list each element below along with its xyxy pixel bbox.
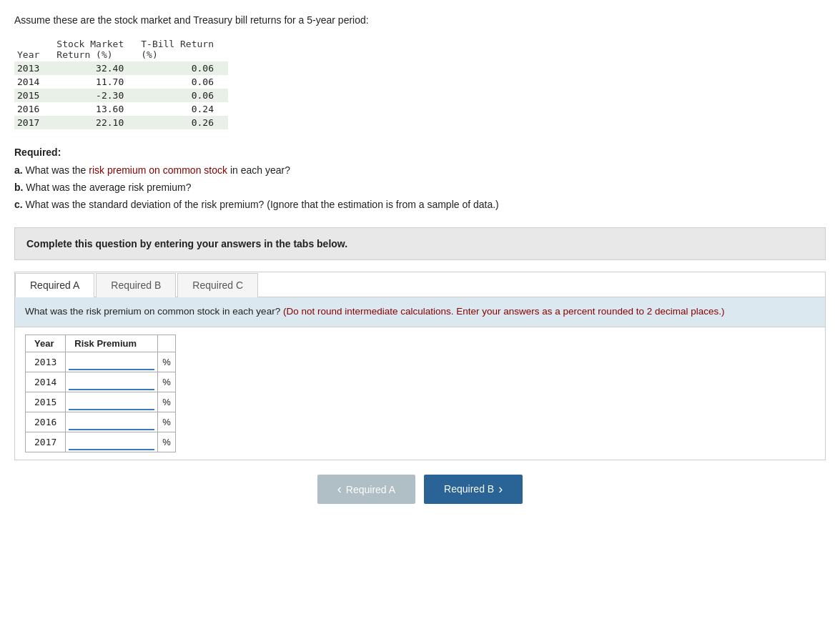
req-letter-c: c. [14, 199, 23, 210]
answer-year: 2016 [26, 412, 66, 432]
req-text-a-highlight: risk premium on common stock [89, 164, 227, 176]
answer-input-cell [66, 392, 158, 412]
cell-year: 2016 [14, 102, 54, 116]
answer-table-row: 2015 % [26, 392, 176, 412]
answer-col-premium: Risk Premium [66, 335, 158, 352]
cell-stock: 22.10 [54, 116, 138, 129]
cell-tbill: 0.26 [138, 116, 228, 129]
answer-table-row: 2016 % [26, 412, 176, 432]
req-item-b: b. What was the average risk premium? [14, 179, 826, 197]
req-text-c: What was the standard deviation of the r… [26, 199, 499, 210]
answer-year: 2017 [26, 432, 66, 452]
required-section: Required: a. What was the risk premium o… [14, 147, 826, 213]
cell-tbill: 0.06 [138, 61, 228, 75]
answer-input-cell [66, 372, 158, 392]
cell-year: 2013 [14, 61, 54, 75]
risk-premium-input-2014[interactable] [69, 374, 154, 390]
answer-col-pct [158, 335, 176, 352]
question-text-start: What was the risk premium on common stoc… [25, 306, 283, 317]
risk-premium-input-2015[interactable] [69, 394, 154, 410]
complete-box-text: Complete this question by entering your … [26, 238, 347, 249]
tab-content-a: What was the risk premium on common stoc… [15, 297, 825, 452]
answer-year: 2014 [26, 372, 66, 392]
tab-required-a[interactable]: Required A [15, 273, 94, 297]
answer-year: 2015 [26, 392, 66, 412]
next-button[interactable]: Required B [424, 475, 523, 504]
pct-symbol: % [158, 392, 176, 412]
cell-stock: 11.70 [54, 75, 138, 89]
col-tbill: T-Bill Return(%) [138, 37, 228, 61]
data-table-row: 2015 -2.30 0.06 [14, 89, 228, 102]
answer-table: Year Risk Premium 2013 % 2014 % 2015 % 2… [25, 335, 176, 452]
cell-tbill: 0.06 [138, 75, 228, 89]
col-year: Year [14, 37, 54, 61]
answer-input-cell [66, 352, 158, 372]
data-table-row: 2014 11.70 0.06 [14, 75, 228, 89]
req-text-a-plain: What was the [26, 164, 89, 176]
answer-year: 2013 [26, 352, 66, 372]
answer-input-cell [66, 412, 158, 432]
req-letter-a: a. [14, 164, 23, 176]
answer-table-row: 2013 % [26, 352, 176, 372]
prev-button[interactable]: Required A [317, 475, 415, 504]
data-table-row: 2016 13.60 0.24 [14, 102, 228, 116]
data-table-row: 2017 22.10 0.26 [14, 116, 228, 129]
pct-symbol: % [158, 372, 176, 392]
data-table-row: 2013 32.40 0.06 [14, 61, 228, 75]
req-letter-b: b. [14, 182, 23, 193]
tab-required-b[interactable]: Required B [96, 273, 176, 297]
cell-stock: 32.40 [54, 61, 138, 75]
risk-premium-input-2013[interactable] [69, 354, 154, 370]
pct-symbol: % [158, 352, 176, 372]
complete-box: Complete this question by entering your … [14, 227, 826, 260]
pct-symbol: % [158, 412, 176, 432]
req-text-a-rest: in each year? [227, 164, 290, 176]
intro-text: Assume these are the stock market and Tr… [14, 14, 826, 26]
req-text-b: What was the average risk premium? [26, 182, 191, 193]
req-item-c: c. What was the standard deviation of th… [14, 197, 826, 214]
cell-year: 2014 [14, 75, 54, 89]
required-items: a. What was the risk premium on common s… [14, 162, 826, 213]
nav-buttons: Required A Required B [14, 475, 826, 504]
cell-year: 2015 [14, 89, 54, 102]
question-text-highlight: (Do not round intermediate calculations.… [283, 306, 725, 317]
cell-tbill: 0.06 [138, 89, 228, 102]
tabs-header: Required A Required B Required C [15, 272, 825, 297]
required-label: Required: [14, 147, 826, 158]
answer-table-row: 2017 % [26, 432, 176, 452]
question-text: What was the risk premium on common stoc… [15, 297, 825, 327]
answer-table-row: 2014 % [26, 372, 176, 392]
pct-symbol: % [158, 432, 176, 452]
risk-premium-input-2016[interactable] [69, 414, 154, 430]
cell-stock: -2.30 [54, 89, 138, 102]
answer-col-year: Year [26, 335, 66, 352]
req-item-a: a. What was the risk premium on common s… [14, 162, 826, 179]
tabs-container: Required A Required B Required C What wa… [14, 272, 826, 460]
col-stock: Stock MarketReturn (%) [54, 37, 138, 61]
data-table: Year Stock MarketReturn (%) T-Bill Retur… [14, 37, 228, 129]
risk-premium-input-2017[interactable] [69, 434, 154, 450]
cell-tbill: 0.24 [138, 102, 228, 116]
tab-required-c[interactable]: Required C [177, 273, 258, 297]
cell-stock: 13.60 [54, 102, 138, 116]
cell-year: 2017 [14, 116, 54, 129]
answer-input-cell [66, 432, 158, 452]
